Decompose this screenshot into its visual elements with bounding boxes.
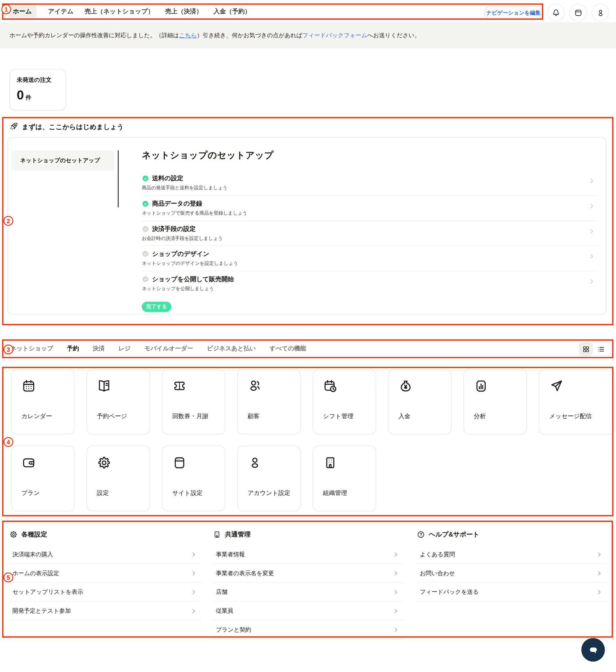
feature-tab[interactable]: レジ bbox=[118, 345, 131, 353]
settings-column-2: 共通管理事業者情報事業者の表示名を変更店舗従業員プランと契約 bbox=[213, 521, 403, 639]
list-view-button[interactable] bbox=[597, 345, 605, 353]
settings-row[interactable]: フィードバックを送る bbox=[417, 583, 607, 602]
setup-step[interactable]: 決済手段の設定お会計時の決済手段を設定しましょう bbox=[142, 221, 599, 246]
feature-card-label: アカウント設定 bbox=[248, 489, 290, 497]
settings-row[interactable]: 従業員 bbox=[213, 602, 403, 621]
dashboard-page: ホームアイテム売上（ネットショップ）売上（決済）入金（予約） ナビゲーションを編… bbox=[0, 0, 616, 672]
setup-step-desc: 商品の発送手段と送料を設定しましょう bbox=[142, 185, 599, 191]
settings-row[interactable]: 決済端末の購入 bbox=[9, 545, 201, 564]
feature-card-customers[interactable]: 顧客 bbox=[237, 369, 301, 435]
settings-column-1: 各種設定決済端末の購入ホームの表示設定セットアップリストを表示開発予定とテスト参… bbox=[9, 521, 201, 620]
settings-row[interactable]: 事業者の表示名を変更 bbox=[213, 564, 403, 583]
chevron-right-icon bbox=[588, 253, 595, 260]
settings-row[interactable]: 店舗 bbox=[213, 583, 403, 602]
settings-row[interactable]: 開発予定とテスト参加 bbox=[9, 602, 201, 621]
feature-card-analytics[interactable]: 分析 bbox=[463, 369, 527, 435]
feature-card-label: 分析 bbox=[474, 413, 486, 421]
settings-row[interactable]: 事業者情報 bbox=[213, 545, 403, 564]
gear-icon bbox=[97, 455, 111, 470]
setup-step[interactable]: ショップのデザインネットショップのデザインを設定しましょう bbox=[142, 246, 599, 271]
feature-tab[interactable]: 予約 bbox=[67, 345, 79, 353]
setup-step-title: 送料の設定 bbox=[152, 174, 183, 183]
feature-tab[interactable]: ビジネスあと払い bbox=[207, 345, 256, 353]
check-done-icon bbox=[142, 175, 149, 182]
chevron-right-icon bbox=[191, 608, 197, 614]
setup-step[interactable]: ショップを公開して販売開始ネットショップを公開しましょう bbox=[142, 271, 599, 296]
unshipped-orders-count: 0 bbox=[17, 89, 24, 101]
annotation-number-4: 4 bbox=[3, 437, 13, 447]
chevron-right-icon bbox=[588, 228, 595, 235]
feature-card-label: 入金 bbox=[398, 413, 410, 421]
settings-column-title: 共通管理 bbox=[213, 530, 403, 539]
feature-tab[interactable]: 決済 bbox=[93, 345, 105, 353]
settings-row[interactable]: セットアップリストを表示 bbox=[9, 583, 201, 602]
shift-calendar-icon bbox=[323, 379, 338, 394]
settings-row-label: フィードバックを送る bbox=[420, 588, 479, 596]
bell-button[interactable] bbox=[547, 4, 565, 21]
booking-page-icon bbox=[97, 379, 111, 394]
feature-card-gear[interactable]: 設定 bbox=[87, 446, 150, 511]
chevron-right-icon bbox=[588, 203, 595, 210]
terminal-button[interactable] bbox=[569, 4, 587, 21]
feature-card-shift-calendar[interactable]: シフト管理 bbox=[313, 369, 376, 435]
unshipped-orders-title: 未発送の注文 bbox=[17, 76, 58, 84]
wallet-icon bbox=[22, 455, 36, 470]
setup-step[interactable]: 送料の設定商品の発送手段と送料を設定しましょう bbox=[142, 170, 599, 196]
grid-view-button[interactable] bbox=[579, 342, 593, 356]
settings-column-label: 共通管理 bbox=[225, 530, 251, 539]
setup-step-title: ショップを公開して販売開始 bbox=[152, 275, 234, 283]
feature-card-money-bag[interactable]: 入金 bbox=[388, 369, 451, 435]
settings-column-title: 各種設定 bbox=[9, 530, 201, 539]
annotation-number-2: 2 bbox=[3, 216, 13, 226]
chevron-right-icon bbox=[596, 589, 602, 595]
chat-bubble-icon bbox=[586, 643, 600, 657]
analytics-icon bbox=[474, 379, 488, 394]
gear-icon bbox=[9, 530, 17, 539]
setup-step-desc: お会計時の決済手段を設定しましょう bbox=[142, 235, 599, 241]
chat-support-button[interactable] bbox=[581, 638, 605, 662]
settings-row-label: 決済端末の購入 bbox=[13, 551, 53, 558]
nav-item[interactable]: ホーム bbox=[8, 4, 37, 18]
settings-row-label: セットアップリストを表示 bbox=[13, 588, 83, 596]
nav-item[interactable]: 売上（決済） bbox=[165, 7, 202, 15]
banner-text: ）引き続き、何かお気づきの点があれば bbox=[197, 31, 302, 39]
feature-tab[interactable]: ネットショップ bbox=[10, 345, 53, 353]
setup-sidebar-tab[interactable]: ネットショップのセットアップ bbox=[12, 150, 115, 170]
feature-tab[interactable]: モバイルオーダー bbox=[144, 345, 193, 353]
feature-card-wallet[interactable]: プラン bbox=[11, 446, 74, 511]
feature-card-label: メッセージ配信 bbox=[549, 413, 592, 421]
feature-card-send[interactable]: メッセージ配信 bbox=[539, 369, 615, 435]
settings-row[interactable]: お問い合わせ bbox=[417, 564, 607, 583]
settings-row[interactable]: よくある質問 bbox=[417, 545, 607, 564]
feature-card-person[interactable]: アカウント設定 bbox=[237, 446, 301, 511]
annotation-number-3: 3 bbox=[3, 345, 13, 355]
nav-item[interactable]: 売上（ネットショップ） bbox=[85, 7, 154, 15]
feature-card-site-settings[interactable]: サイト設定 bbox=[162, 446, 225, 511]
rocket-icon bbox=[9, 122, 18, 131]
banner-link-feedback[interactable]: フィードバックフォーム bbox=[302, 31, 367, 39]
help-icon bbox=[417, 530, 425, 539]
feature-tabs: ネットショップ予約決済レジモバイルオーダービジネスあと払いすべての機能 bbox=[10, 340, 306, 358]
grid-view-icon bbox=[582, 345, 590, 353]
complete-button[interactable]: 完了する bbox=[142, 301, 172, 312]
banner-link-details[interactable]: こちら bbox=[179, 31, 197, 39]
check-todo-icon bbox=[142, 276, 149, 283]
feature-card-calendar[interactable]: カレンダー bbox=[11, 369, 74, 435]
setup-step-title: ショップのデザイン bbox=[152, 250, 209, 258]
top-navigation: ホームアイテム売上（ネットショップ）売上（決済）入金（予約） ナビゲーションを編… bbox=[0, 0, 616, 22]
feature-card-building[interactable]: 組織管理 bbox=[313, 446, 376, 511]
setup-step[interactable]: 商品データの登録ネットショップで販売する商品を登録しましょう bbox=[142, 196, 599, 221]
feature-card-booking-page[interactable]: 予約ページ bbox=[87, 369, 150, 435]
person-icon bbox=[248, 455, 262, 470]
edit-navigation-button[interactable]: ナビゲーションを編集 bbox=[484, 6, 543, 19]
nav-item[interactable]: アイテム bbox=[48, 7, 73, 15]
unshipped-orders-card[interactable]: 未発送の注文 0 件 bbox=[9, 69, 66, 110]
feature-grid-row-2: プラン設定サイト設定アカウント設定組織管理 bbox=[11, 446, 376, 511]
settings-row[interactable]: プランと契約 bbox=[213, 621, 403, 639]
settings-row[interactable]: ホームの表示設定 bbox=[9, 564, 201, 583]
nav-item[interactable]: 入金（予約） bbox=[213, 7, 251, 15]
feature-card-ticket[interactable]: 回数券・月謝 bbox=[162, 369, 225, 435]
feature-tab[interactable]: すべての機能 bbox=[269, 345, 306, 353]
account-button[interactable] bbox=[592, 4, 609, 21]
feature-card-label: 予約ページ bbox=[97, 413, 127, 421]
